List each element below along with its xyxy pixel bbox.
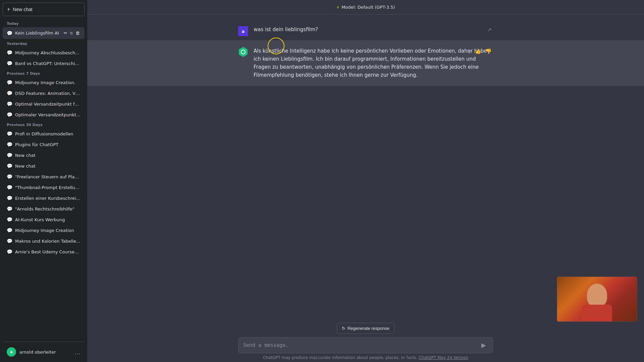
sidebar-item-midjourney-image-2[interactable]: 💬 Midjourney Image Creation [3,225,85,236]
send-button[interactable]: ▶ [479,341,488,350]
footer-note: ChatGPT may produce inaccurate informati… [263,355,468,360]
sidebar-item-freelancer-steuern[interactable]: 💬 "Freelancer Steuern auf Plattf... [3,171,85,182]
sidebar-item-label: Bard vs ChatGPT: Unterschied... [15,61,80,66]
video-overlay [557,277,637,322]
sidebar-item-plugins-chatgpt[interactable]: 💬 Plugins für ChatGPT [3,139,85,150]
sidebar-item-label: AI-Kunst Kurs Werbung [15,217,80,222]
person-shirt [582,305,612,321]
new-chat-button[interactable]: + New chat [3,3,85,16]
sidebar-item-midjourney-image[interactable]: 💬 Midjourney Image Creation. [3,77,85,88]
chat-icon: 💬 [7,206,12,212]
sidebar-item-midjourney-abschluss[interactable]: 💬 Midjourney Abschlussbesch... [3,47,85,58]
send-icon: ▶ [481,342,486,349]
sidebar-item-arnies-udemy[interactable]: 💬 Arnie's Best Udemy Courses... [3,246,85,257]
sidebar-item-label: Plugins für ChatGPT [15,142,80,147]
assistant-message-text: Als künstliche Intelligenz habe ich kein… [254,47,493,79]
sidebar-item-thumbnail-prompt[interactable]: 💬 "Thumbnail-Prompt Erstellun... [3,182,85,193]
video-placeholder [557,277,637,321]
sidebar-item-arnolds-rechtschreib[interactable]: 💬 "Arnolds Rechtschreibhilfe" [3,203,85,214]
sidebar-item-label: "Freelancer Steuern auf Plattf... [15,174,80,179]
chat-icon: 💬 [7,90,12,96]
sidebar-item-bard-chatgpt[interactable]: 💬 Bard vs ChatGPT: Unterschied... [3,58,85,69]
ai-avatar [238,47,248,57]
user-message-row: a was ist dein lieblingsfilm? ↗ [238,21,493,40]
ai-avatar-inner [241,50,246,54]
chat-input[interactable] [243,342,477,348]
footer-note-text: ChatGPT may produce inaccurate informati… [263,355,418,360]
topbar: ⚡ Model: Default (GPT-3.5) [87,0,644,15]
input-row: ▶ [238,337,493,353]
chat-icon: 💬 [7,80,12,85]
assistant-message-row: Als künstliche Intelligenz habe ich kein… [87,40,644,86]
thumbdown-button[interactable]: 👎 [484,47,493,56]
section-prev7: Previous 7 Days [3,69,85,77]
section-yesterday: Yesterday [3,39,85,47]
sidebar-item-label: Makros und Kalorien Tabelle... [15,239,80,244]
sidebar-item-label: Optimal Versandzeitpunkt für... [15,102,80,107]
sidebar-item-label: New chat [15,153,80,158]
sidebar-item-optimal-versand[interactable]: 💬 Optimal Versandzeitpunkt für... [3,99,85,109]
sidebar-item-label: New chat [15,164,80,169]
main-panel: ⚡ Model: Default (GPT-3.5) a was ist dei… [87,0,644,362]
bolt-icon: ⚡ [336,5,339,10]
section-today: Today [3,19,85,27]
sidebar-item-label: Optimaler Versandzeitpunkt... [15,112,80,117]
chat-icon: 💬 [7,112,12,117]
sidebar-item-makros-kalorien[interactable]: 💬 Makros und Kalorien Tabelle... [3,236,85,246]
chat-icon: 💬 [7,228,12,233]
messages-container: a was ist dein lieblingsfilm? ↗ Als küns… [87,15,644,319]
model-label: ⚡ Model: Default (GPT-3.5) [336,5,395,10]
sidebar-item-profi-diffusion[interactable]: 💬 Profi in Diffusionsmodellen [3,128,85,139]
chat-icon: 💬 [7,50,12,55]
sidebar-scroll: Today 💬 Kein Lieblingsfilm AI ✏ ⎋ 🗑 Yest… [3,19,85,340]
sidebar-item-label: Midjourney Image Creation. [15,80,80,85]
sidebar-item-label: Arnie's Best Udemy Courses... [15,249,80,254]
new-chat-label: New chat [13,7,32,12]
assistant-message-actions: ⎘ 👍 👎 [467,47,493,56]
chat-icon: 💬 [7,31,12,36]
regenerate-icon: ↻ [342,326,345,331]
chat-icon: 💬 [7,238,12,244]
share-button[interactable]: ⎋ [69,30,73,36]
sidebar-item-optimaler-versand[interactable]: 💬 Optimaler Versandzeitpunkt... [3,109,85,120]
chat-icon: 💬 [7,61,12,66]
sidebar-item-erstellen-kurs[interactable]: 💬 Erstellen einer Kursbeschreib... [3,193,85,203]
sidebar-item-new-chat-2[interactable]: 💬 New chat [3,161,85,171]
export-message-button[interactable]: ↗ [486,25,493,34]
chat-icon: 💬 [7,163,12,169]
sidebar-item-label: "Thumbnail-Prompt Erstellun... [15,185,80,190]
copy-button[interactable]: ⎘ [467,47,472,56]
regenerate-button[interactable]: ↻ Regenerate response [337,323,394,334]
user-menu-dots[interactable]: ... [75,349,80,356]
sidebar-item-new-chat-1[interactable]: 💬 New chat [3,150,85,161]
sidebar-item-kein-lieblingsfilm[interactable]: 💬 Kein Lieblingsfilm AI ✏ ⎋ 🗑 [3,27,85,39]
person-face [587,284,607,307]
avatar: a [7,347,16,357]
sidebar-item-label: "Arnolds Rechtschreibhilfe" [15,206,80,212]
delete-button[interactable]: 🗑 [75,30,80,36]
thumbup-button[interactable]: 👍 [474,47,483,56]
sidebar-item-dsd-features[interactable]: 💬 DSD Features: Animation, Vid... [3,88,85,99]
sidebar-item-label: Midjourney Image Creation [15,228,80,233]
model-text: Model: Default (GPT-3.5) [341,5,395,10]
chat-icon: 💬 [7,142,12,147]
chat-icon: 💬 [7,101,12,107]
footer-link[interactable]: ChatGPT May 24 Version [419,355,468,360]
chat-icon: 💬 [7,185,12,190]
chat-icon: 💬 [7,153,12,158]
sidebar: + New chat Today 💬 Kein Lieblingsfilm AI… [0,0,87,362]
chat-icon: 💬 [7,174,12,179]
sidebar-item-label: Midjourney Abschlussbesch... [15,50,80,55]
section-prev30: Previous 30 Days [3,120,85,128]
input-area: ↻ Regenerate response ▶ ChatGPT may prod… [87,319,644,362]
sidebar-user[interactable]: a arnold oberleiter ... [3,345,85,359]
sidebar-item-label: Erstellen einer Kursbeschreib... [15,196,80,201]
chat-icon: 💬 [7,217,12,222]
sidebar-item-label: Profi in Diffusionsmodellen [15,131,80,136]
edit-button[interactable]: ✏ [63,30,68,36]
sidebar-item-ai-kunst[interactable]: 💬 AI-Kunst Kurs Werbung [3,214,85,225]
plus-icon: + [7,6,10,12]
chat-icon: 💬 [7,195,12,201]
chat-icon: 💬 [7,249,12,254]
sidebar-bottom: a arnold oberleiter ... [3,342,85,359]
